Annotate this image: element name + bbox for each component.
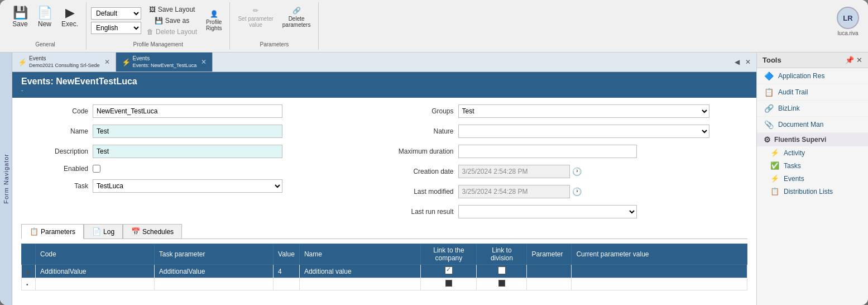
exec-icon: ▶ — [65, 7, 75, 19]
creation-date-clock-icon[interactable]: 🕐 — [572, 167, 582, 176]
th-name: Name — [299, 244, 421, 265]
table-row[interactable]: ▶ AdditionalValue AdditionalValue 4 Addi… — [22, 265, 747, 278]
layout-dropdown[interactable]: Default — [91, 7, 141, 20]
max-duration-input[interactable] — [458, 145, 637, 158]
tab-nav-left[interactable]: ◀ — [732, 57, 742, 67]
delete-layout-button[interactable]: 🗑 Delete Layout — [143, 27, 200, 37]
tools-item-audit-trail[interactable]: 📋 Audit Trail — [757, 84, 868, 101]
last-modified-label: Last modified — [387, 188, 454, 196]
name-input[interactable] — [93, 125, 282, 138]
tab-schedules[interactable]: 📅 Schedules — [123, 224, 182, 239]
code-label: Code — [21, 107, 88, 115]
name-label: Name — [21, 127, 88, 135]
tab-log[interactable]: 📄 Log — [84, 224, 123, 239]
content-area: Form Navigator ⚡ EventsDemo2021 Consulti… — [0, 53, 868, 305]
language-dropdown[interactable]: English — [91, 22, 141, 34]
parameters-group-label: Parameters — [260, 39, 289, 47]
user-area: LR luca.riva — [832, 2, 864, 50]
tab-close-panel[interactable]: ✕ — [743, 57, 753, 67]
tab-controls: ◀ ✕ — [729, 56, 756, 68]
toolbar: 💾 Save 📄 New ▶ Exec. General — [0, 0, 868, 53]
user-avatar[interactable]: LR — [837, 7, 859, 29]
groups-select[interactable]: Test — [458, 104, 709, 118]
name-row: Name — [21, 125, 382, 138]
tab-icon-1: ⚡ — [18, 58, 27, 66]
save-layout-button[interactable]: 🖼 Save Layout — [143, 4, 200, 15]
form-left-col: Code Name Description Enabled — [21, 104, 382, 222]
toolbar-group-parameters: ✏ Set parameter value 🔗 Delete parameter… — [230, 2, 319, 50]
task-label: Task — [21, 182, 88, 190]
events-icon: ⚡ — [770, 174, 779, 183]
th-parameter: Parameter — [527, 244, 572, 265]
tab-close-2[interactable]: ✕ — [201, 58, 207, 66]
groups-label: Groups — [387, 107, 454, 115]
tab-events-demo[interactable]: ⚡ EventsDemo2021 Consulting Srl-Sede ✕ — [12, 53, 116, 72]
last-modified-clock-icon[interactable]: 🕐 — [572, 187, 582, 196]
tools-pin-button[interactable]: 📌 — [845, 56, 854, 64]
nature-row: Nature — [387, 125, 748, 138]
bizlink-icon: 🔗 — [764, 104, 774, 113]
tools-item-app-res[interactable]: 🔷 Application Res — [757, 68, 868, 84]
last-run-result-label: Last run result — [387, 208, 454, 216]
th-indicator — [22, 244, 36, 265]
save-icon: 💾 — [13, 7, 28, 19]
new-icon: 📄 — [37, 7, 52, 19]
tools-subitem-distribution-lists[interactable]: 📋 Distribution Lists — [757, 185, 868, 198]
code-input[interactable] — [93, 104, 282, 118]
parameters-tab-icon: 📋 — [30, 227, 39, 236]
row-current-value-1 — [572, 265, 747, 278]
th-task-parameter: Task parameter — [154, 244, 273, 265]
table-body: ▶ AdditionalValue AdditionalValue 4 Addi… — [22, 265, 747, 290]
save-button[interactable]: 💾 Save — [9, 4, 31, 30]
description-input[interactable] — [93, 145, 282, 158]
code-row: Code — [21, 104, 382, 118]
nature-select[interactable] — [458, 125, 709, 138]
set-parameter-icon: ✏ — [253, 7, 258, 15]
log-tab-icon: 📄 — [92, 227, 101, 236]
page-subtitle: - — [21, 87, 747, 93]
user-name: luca.riva — [837, 30, 858, 36]
set-parameter-button[interactable]: ✏ Set parameter value — [234, 4, 276, 30]
task-select[interactable]: TestLuca — [93, 179, 282, 193]
new-button[interactable]: 📄 New — [33, 4, 56, 30]
layout-dropdown-area: Default English — [91, 7, 141, 34]
row-name-1: Additional value — [299, 265, 421, 278]
form-area: Code Name Description Enabled — [12, 98, 756, 305]
tab-icon-2: ⚡ — [122, 58, 131, 66]
form-right-col: Groups Test Nature Maximum — [387, 104, 748, 222]
profile-rights-button[interactable]: 👤 Profile Rights — [203, 8, 225, 34]
tools-section-fluentis[interactable]: ⚙ Fluentis Supervi — [757, 133, 868, 146]
form-columns: Code Name Description Enabled — [21, 104, 747, 222]
task-row: Task TestLuca — [21, 179, 382, 193]
save-as-button[interactable]: 💾 Save as — [143, 16, 200, 26]
delete-layout-icon: 🗑 — [147, 28, 154, 36]
row-name-2 — [299, 278, 421, 290]
table-header: Code Task parameter Value Name Link to t… — [22, 244, 747, 265]
tools-subitem-activity[interactable]: ⚡ Activity — [757, 146, 868, 159]
row-link-company-1 — [421, 265, 477, 278]
enabled-label: Enabled — [21, 165, 88, 173]
tools-close-button[interactable]: ✕ — [856, 56, 862, 64]
row-code-2 — [36, 278, 155, 290]
tools-item-doc-man[interactable]: 📎 Document Man — [757, 117, 868, 133]
last-run-result-select[interactable] — [458, 205, 637, 218]
row-task-param-1: AdditionalValue — [154, 265, 273, 278]
tools-subitem-tasks[interactable]: ✅ Tasks — [757, 159, 868, 172]
save-as-icon: 💾 — [155, 17, 163, 25]
enabled-row: Enabled — [21, 165, 382, 173]
creation-date-row: Creation date 🕐 — [387, 165, 748, 178]
toolbar-group-general: 💾 Save 📄 New ▶ Exec. General — [4, 2, 87, 50]
table-row[interactable]: • — [22, 278, 747, 290]
tab-events-new[interactable]: ⚡ EventsEvents: NewEvent_TestLuca ✕ — [116, 53, 213, 72]
tab-parameters[interactable]: 📋 Parameters — [21, 224, 84, 239]
delete-parameters-button[interactable]: 🔗 Delete parameters — [279, 4, 314, 30]
exec-button[interactable]: ▶ Exec. — [58, 4, 81, 30]
delete-parameters-icon: 🔗 — [292, 7, 301, 15]
th-current-value: Current parameter value — [572, 244, 747, 265]
tools-subitem-events[interactable]: ⚡ Events — [757, 172, 868, 185]
tools-item-bizlink[interactable]: 🔗 BizLink — [757, 101, 868, 117]
tab-close-1[interactable]: ✕ — [104, 58, 110, 66]
last-run-result-row: Last run result — [387, 205, 748, 218]
tools-panel: Tools 📌 ✕ 🔷 Application Res 📋 Audit Trai… — [756, 53, 868, 305]
enabled-checkbox[interactable] — [93, 165, 100, 173]
